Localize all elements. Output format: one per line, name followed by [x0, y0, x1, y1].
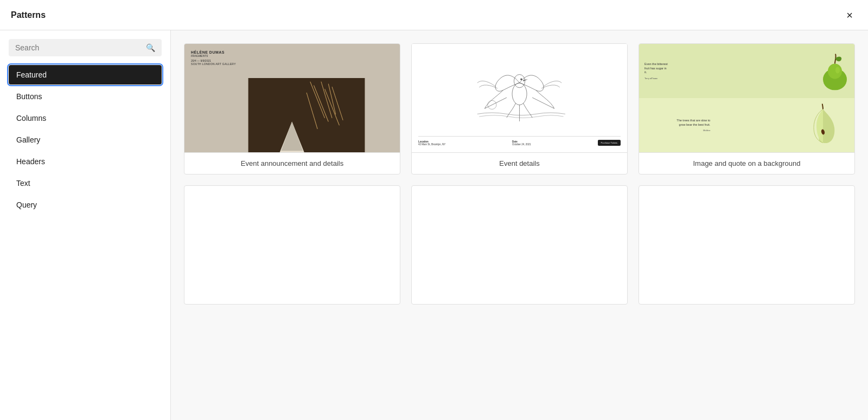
pattern-card-event-announcement[interactable]: HÉLÈNE DUMAS FRAGMENTS 20/4 — 9/9/2021 S… [184, 43, 400, 175]
modal-header: Patterns × [0, 0, 868, 30]
ev-artist: HÉLÈNE DUMAS [191, 50, 393, 54]
date-value: October 24, 2021 [512, 143, 531, 146]
sidebar-item-text[interactable]: Text [9, 173, 162, 193]
quote-text-1: Even the bitterest fruit has sugar in it… [644, 62, 669, 75]
ev-info-bar: Location 42 Main St, Brooklyn, NY Date O… [418, 136, 621, 146]
pattern-preview-event-details: Location 42 Main St, Brooklyn, NY Date O… [412, 44, 627, 152]
pattern-label-event-details: Event details [412, 152, 627, 174]
quote-text-2: The trees that are slow to grow bear the… [674, 119, 711, 127]
pattern-card-event-details[interactable]: Location 42 Main St, Brooklyn, NY Date O… [411, 43, 628, 175]
sidebar-item-columns[interactable]: Columns [9, 108, 162, 128]
svg-marker-1 [248, 78, 365, 152]
pattern-preview-event-announcement: HÉLÈNE DUMAS FRAGMENTS 20/4 — 9/9/2021 S… [184, 44, 400, 152]
location-value: 42 Main St, Brooklyn, NY [418, 143, 445, 146]
sidebar-item-headers[interactable]: Headers [9, 152, 162, 171]
close-button[interactable]: × [842, 8, 857, 23]
sidebar-item-query[interactable]: Query [9, 195, 162, 215]
ticket-button: Purchase Tickets [598, 140, 621, 146]
placeholder-card-2 [411, 185, 628, 305]
location-info: Location 42 Main St, Brooklyn, NY [418, 140, 445, 146]
sketch-art [412, 49, 627, 131]
date-info: Date October 24, 2021 [512, 140, 531, 146]
patterns-grid: HÉLÈNE DUMAS FRAGMENTS 20/4 — 9/9/2021 S… [184, 43, 855, 175]
placeholder-card-1 [184, 185, 400, 305]
modal-body: 🔍 Featured Buttons Columns Gallery Heade… [0, 30, 868, 420]
sidebar-item-featured[interactable]: Featured [9, 65, 162, 85]
main-content: HÉLÈNE DUMAS FRAGMENTS 20/4 — 9/9/2021 S… [171, 30, 868, 420]
quote-top: Even the bitterest fruit has sugar in it… [639, 44, 854, 98]
svg-point-28 [835, 67, 840, 74]
pear-half-image [808, 104, 838, 147]
quote-author-2: Molière [644, 129, 710, 132]
placeholder-card-3 [639, 185, 855, 305]
quote-author-1: Terry all'Isaac [644, 77, 694, 80]
ev-venue: SOUTH LONDON ART GALLERY [191, 62, 393, 66]
search-icon: 🔍 [146, 43, 155, 52]
modal-title: Patterns [11, 10, 46, 20]
quote-bottom: The trees that are slow to grow bear the… [639, 98, 854, 152]
ev-show: FRAGMENTS [191, 54, 393, 57]
pattern-card-image-quote[interactable]: Even the bitterest fruit has sugar in it… [639, 43, 855, 175]
sidebar-item-gallery[interactable]: Gallery [9, 130, 162, 150]
search-input[interactable] [15, 43, 142, 52]
pattern-preview-image-quote: Even the bitterest fruit has sugar in it… [639, 44, 854, 152]
pear-whole-image [820, 50, 850, 93]
svg-point-24 [521, 78, 522, 80]
pattern-label-event-announcement: Event announcement and details [184, 152, 400, 174]
sidebar: 🔍 Featured Buttons Columns Gallery Heade… [0, 30, 171, 420]
sidebar-item-buttons[interactable]: Buttons [9, 87, 162, 106]
pattern-label-image-quote: Image and quote on a background [639, 152, 854, 174]
ev-artwork [191, 70, 393, 152]
search-box: 🔍 [9, 39, 162, 56]
second-row [184, 185, 855, 305]
svg-point-27 [828, 64, 842, 79]
